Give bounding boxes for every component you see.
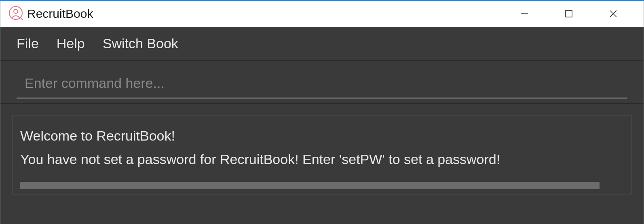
- close-icon: [609, 9, 618, 18]
- menu-file[interactable]: File: [17, 36, 39, 51]
- window-title: RecruitBook: [27, 7, 93, 21]
- app-icon: [8, 6, 23, 22]
- svg-point-0: [14, 9, 18, 13]
- minimize-icon: [520, 9, 529, 18]
- close-button[interactable]: [591, 1, 636, 27]
- output-panel: Welcome to RecruitBook! You have not set…: [13, 115, 631, 194]
- command-input[interactable]: [17, 71, 627, 98]
- svg-rect-4: [566, 11, 572, 17]
- output-text: Welcome to RecruitBook! You have not set…: [20, 124, 624, 171]
- titlebar-left: RecruitBook: [8, 6, 93, 22]
- maximize-icon: [564, 9, 573, 18]
- menu-switch-book[interactable]: Switch Book: [103, 36, 178, 51]
- svg-line-2: [21, 18, 23, 20]
- minimize-button[interactable]: [502, 1, 547, 27]
- horizontal-scrollbar[interactable]: [20, 182, 600, 189]
- command-area: [0, 61, 644, 104]
- maximize-button[interactable]: [547, 1, 591, 27]
- titlebar: RecruitBook: [0, 1, 644, 27]
- app-body: File Help Switch Book Welcome to Recruit…: [0, 27, 644, 224]
- window-controls: [502, 1, 636, 27]
- menu-help[interactable]: Help: [57, 36, 85, 51]
- menubar: File Help Switch Book: [0, 27, 644, 61]
